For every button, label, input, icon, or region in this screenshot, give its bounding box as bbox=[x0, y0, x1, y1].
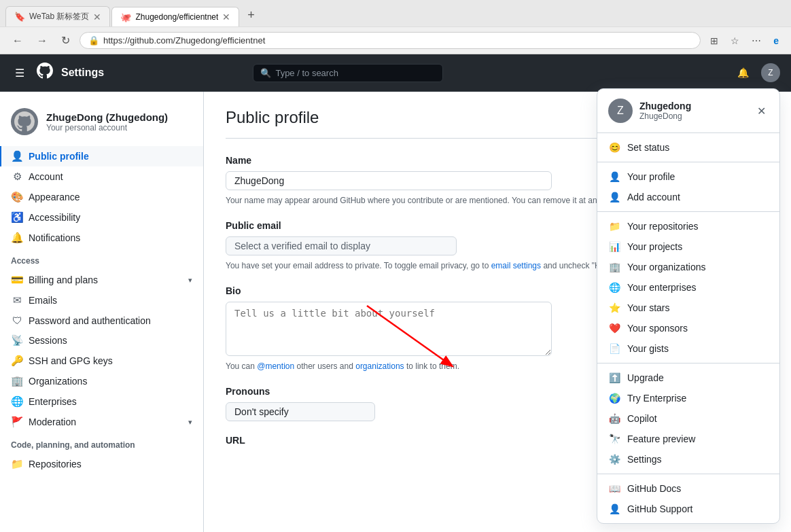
hamburger-menu[interactable]: ☰ bbox=[11, 64, 29, 82]
dropdown-item-add-account[interactable]: 👤 Add account bbox=[597, 187, 779, 207]
address-text: https://github.com/Zhugedong/efficientne… bbox=[103, 35, 265, 46]
dropdown-item-your-organizations[interactable]: 🏢 Your organizations bbox=[597, 257, 779, 277]
email-select[interactable]: Select a verified email to display bbox=[226, 236, 457, 255]
name-input[interactable] bbox=[226, 171, 552, 190]
sidebar-item-organizations[interactable]: 🏢 Organizations bbox=[0, 371, 203, 391]
enterprise-icon: 🌐 bbox=[608, 282, 620, 293]
tab-github[interactable]: 🐙 Zhugedong/efficientnet ✕ bbox=[111, 7, 239, 26]
notifications-icon: 🔔 bbox=[11, 232, 23, 244]
sidebar-item-public-profile[interactable]: 👤 Public profile bbox=[0, 146, 203, 166]
sidebar-item-account[interactable]: ⚙ Account bbox=[0, 166, 203, 187]
dropdown-label: GitHub Docs bbox=[627, 483, 681, 494]
enterprises-icon: 🌐 bbox=[11, 395, 23, 408]
accessibility-icon: ♿ bbox=[11, 211, 23, 224]
repo-icon: 📁 bbox=[608, 221, 620, 232]
heart-icon: ❤️ bbox=[608, 323, 620, 334]
billing-icon: 💳 bbox=[11, 274, 23, 286]
dropdown-item-your-gists[interactable]: 📄 Your gists bbox=[597, 338, 779, 359]
dropdown-item-your-profile[interactable]: 👤 Your profile bbox=[597, 166, 779, 187]
tab-close-icon[interactable]: ✕ bbox=[93, 12, 101, 22]
dropdown-item-feature-preview[interactable]: 🔭 Feature preview bbox=[597, 429, 779, 449]
dropdown-item-settings[interactable]: ⚙️ Settings bbox=[597, 449, 779, 469]
dropdown-close-button[interactable]: ✕ bbox=[754, 102, 769, 120]
reload-button[interactable]: ↻ bbox=[57, 31, 74, 50]
github-header: ☰ Settings 🔍 Type / to search 🔔 Z bbox=[0, 54, 791, 92]
sidebar-item-label: Appearance bbox=[29, 192, 80, 202]
repositories-icon: 📁 bbox=[11, 458, 23, 470]
edge-icon[interactable]: e bbox=[769, 33, 783, 49]
dropdown-item-your-enterprises[interactable]: 🌐 Your enterprises bbox=[597, 277, 779, 298]
sidebar-item-label: SSH and GPG keys bbox=[29, 355, 113, 366]
header-right: 🔔 Z bbox=[733, 63, 780, 82]
emails-icon: ✉ bbox=[11, 294, 23, 306]
appearance-icon: 🎨 bbox=[11, 191, 23, 203]
sidebar-item-emails[interactable]: ✉ Emails bbox=[0, 290, 203, 311]
dropdown-item-copilot[interactable]: 🤖 Copilot bbox=[597, 408, 779, 429]
dropdown-label: Feature preview bbox=[627, 433, 695, 444]
email-settings-link[interactable]: email settings bbox=[491, 261, 541, 270]
dropdown-item-github-docs[interactable]: 📖 GitHub Docs bbox=[597, 478, 779, 499]
sidebar-user-info: ZhugeDong (Zhugedong) Your personal acco… bbox=[46, 111, 168, 132]
bio-input[interactable] bbox=[226, 302, 552, 356]
project-icon: 📊 bbox=[608, 241, 620, 252]
sidebar-item-notifications[interactable]: 🔔 Notifications bbox=[0, 228, 203, 248]
sidebar-item-label: Billing and plans bbox=[29, 274, 98, 285]
smile-icon: 😊 bbox=[608, 142, 620, 153]
dropdown-item-your-projects[interactable]: 📊 Your projects bbox=[597, 236, 779, 257]
sidebar-item-sessions[interactable]: 📡 Sessions bbox=[0, 330, 203, 351]
dropdown-item-github-support[interactable]: 👤 GitHub Support bbox=[597, 499, 779, 519]
upgrade-icon: ⬆️ bbox=[608, 372, 620, 383]
bio-hint-pre: You can bbox=[226, 361, 257, 371]
enterprise-try-icon: 🌍 bbox=[608, 393, 620, 404]
sidebar-item-label: Emails bbox=[29, 295, 57, 306]
sidebar-item-enterprises[interactable]: 🌐 Enterprises bbox=[0, 391, 203, 412]
sidebar-item-label: Enterprises bbox=[29, 396, 77, 407]
tab-icon: 🔖 bbox=[14, 12, 25, 22]
forward-button[interactable]: → bbox=[33, 32, 52, 50]
settings-icon: ⚙️ bbox=[608, 454, 620, 465]
sidebar-item-password[interactable]: 🛡 Password and authentication bbox=[0, 311, 203, 330]
preview-icon: 🔭 bbox=[608, 433, 620, 444]
star-button[interactable]: ☆ bbox=[726, 33, 743, 49]
search-bar[interactable]: 🔍 Type / to search bbox=[253, 64, 443, 82]
moderation-icon: 🚩 bbox=[11, 416, 23, 428]
dropdown-item-try-enterprise[interactable]: 🌍 Try Enterprise bbox=[597, 388, 779, 408]
lock-icon: 🔒 bbox=[88, 35, 99, 46]
mention-link[interactable]: @mention bbox=[257, 361, 294, 371]
sidebar-item-repositories[interactable]: 📁 Repositories bbox=[0, 454, 203, 474]
dropdown-item-your-repositories[interactable]: 📁 Your repositories bbox=[597, 216, 779, 236]
tab-github-close-icon[interactable]: ✕ bbox=[222, 12, 230, 22]
person-icon: 👤 bbox=[608, 171, 620, 182]
tab-github-icon: 🐙 bbox=[120, 12, 131, 22]
dropdown-item-set-status[interactable]: 😊 Set status bbox=[597, 137, 779, 158]
dropdown-label: Add account bbox=[627, 192, 680, 202]
dropdown-item-upgrade[interactable]: ⬆️ Upgrade bbox=[597, 368, 779, 388]
dropdown-item-your-stars[interactable]: ⭐ Your stars bbox=[597, 298, 779, 318]
copilot-icon: 🤖 bbox=[608, 413, 620, 424]
browser-tabs: 🔖 WeTab 新标签页 ✕ 🐙 Zhugedong/efficientnet … bbox=[0, 0, 791, 26]
sidebar-item-billing[interactable]: 💳 Billing and plans ▾ bbox=[0, 270, 203, 290]
sidebar-item-ssh-gpg[interactable]: 🔑 SSH and GPG keys bbox=[0, 351, 203, 371]
sidebar-item-label: Sessions bbox=[29, 335, 67, 346]
sidebar-item-moderation[interactable]: 🚩 Moderation ▾ bbox=[0, 412, 203, 432]
dropdown-label: Set status bbox=[627, 142, 669, 153]
pronouns-select[interactable]: Don't specify they/them she/her he/him bbox=[226, 402, 375, 421]
back-button[interactable]: ← bbox=[8, 32, 27, 50]
extensions-button[interactable]: ⊞ bbox=[706, 33, 722, 49]
sidebar-item-label: Public profile bbox=[29, 151, 89, 162]
organizations-link[interactable]: organizations bbox=[355, 361, 404, 371]
address-bar[interactable]: 🔒 https://github.com/Zhugedong/efficient… bbox=[80, 32, 701, 49]
user-avatar[interactable]: Z bbox=[761, 63, 780, 82]
sidebar-item-accessibility[interactable]: ♿ Accessibility bbox=[0, 207, 203, 228]
bio-hint-post: to link to them. bbox=[404, 361, 459, 371]
new-tab-button[interactable]: + bbox=[241, 4, 262, 26]
dropdown-item-your-sponsors[interactable]: ❤️ Your sponsors bbox=[597, 318, 779, 338]
notification-button[interactable]: 🔔 bbox=[733, 65, 753, 81]
sidebar-item-label: Account bbox=[29, 171, 63, 182]
tab-wetab[interactable]: 🔖 WeTab 新标签页 ✕ bbox=[5, 6, 110, 26]
sidebar: ZhugeDong (Zhugedong) Your personal acco… bbox=[0, 92, 204, 532]
dropdown-username: Zhugedong bbox=[639, 101, 691, 111]
menu-button[interactable]: ⋯ bbox=[748, 33, 765, 49]
sidebar-item-appearance[interactable]: 🎨 Appearance bbox=[0, 187, 203, 207]
header-title: Settings bbox=[61, 67, 104, 79]
